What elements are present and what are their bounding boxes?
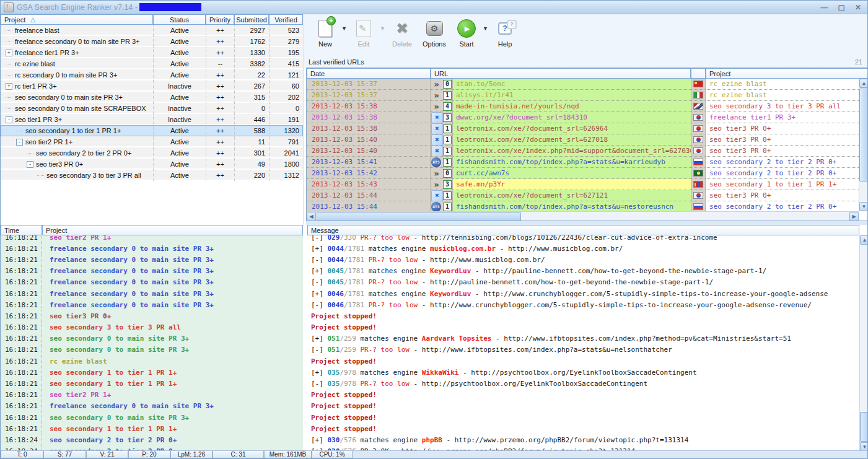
log-row-left[interactable]: 16:18:21freelance secondary 0 to main si… xyxy=(1,277,303,288)
log-row-message[interactable]: Project stopped! xyxy=(307,423,859,434)
project-tree-row[interactable]: rc ezine blastActive--3382415 xyxy=(1,58,303,69)
verified-url-row[interactable]: 2013-12-03 15:420curt.cc/awn7sseo second… xyxy=(307,168,859,179)
scroll-up-icon[interactable]: ▲ xyxy=(859,79,868,88)
log-row-left[interactable]: 16:18:21freelance secondary 0 to main si… xyxy=(1,266,303,277)
project-tree-row[interactable]: -seo tier2 PR 1+Active++11791 xyxy=(1,136,303,147)
column-header-url[interactable]: URL xyxy=(431,68,691,79)
url-cell[interactable]: safe.mn/p3Yr xyxy=(453,179,691,190)
scroll-right-icon[interactable]: ▶ xyxy=(849,212,859,221)
project-tree-row[interactable]: rc secondary 0 to main site PR 3+Active+… xyxy=(1,69,303,81)
url-cell[interactable]: curt.cc/awn7s xyxy=(453,168,691,179)
project-tree-row[interactable]: seo secondary 1 to tier 1 PR 1+Active++5… xyxy=(1,125,303,136)
scroll-down-icon[interactable]: ▼ xyxy=(859,202,868,211)
verified-url-row[interactable]: 2013-12-03 15:371alisys.it/1r41rc ezine … xyxy=(307,90,859,101)
column-header-verified[interactable]: Verified xyxy=(269,14,303,25)
verified-url-row[interactable]: 2013-12-03 15:383dwwc.org/xe/?document_s… xyxy=(307,112,859,123)
log-row-left[interactable]: 16:18:21freelance secondary 0 to main si… xyxy=(1,401,303,412)
verified-url-row[interactable]: 2013-12-03 15:401leotronix.com/xe/?docum… xyxy=(307,134,859,146)
log-row-message[interactable]: [+] 030/576 matches engine phpBB - http:… xyxy=(307,434,859,445)
url-hscroll-thumb[interactable] xyxy=(317,212,521,221)
log-row-message[interactable]: [+] 051/259 matches engine Aardvark Tops… xyxy=(307,333,859,344)
verified-url-row[interactable]: 2013-12-03 15:441fishandsmith.com/top/in… xyxy=(307,201,859,211)
project-tree-row[interactable]: +freelance tier1 PR 3+Active++1330195 xyxy=(1,47,303,58)
log-row-left[interactable]: 16:18:21seo secondary 1 to tier 1 PR 1+ xyxy=(1,367,303,378)
verified-url-row[interactable]: 2013-12-03 15:401leotronix.com/xe/index.… xyxy=(307,146,859,157)
url-cell[interactable]: leotronix.com/xe/?document_srl=627018 xyxy=(453,134,691,146)
verified-url-row[interactable]: 2013-12-03 15:411fishandsmith.com/top/in… xyxy=(307,157,859,168)
log-row-left[interactable]: 16:18:21seo secondary 1 to tier 1 PR 1+ xyxy=(1,423,303,434)
column-header-flag[interactable] xyxy=(691,68,706,79)
collapse-icon[interactable]: - xyxy=(27,161,33,168)
project-tree-row[interactable]: seo secondary 0 to main site SCRAPEBOXIn… xyxy=(1,103,303,114)
expand-icon[interactable]: + xyxy=(6,83,12,90)
log-row-left[interactable]: 16:18:24seo secondary 2 to tier 2 PR 0+ xyxy=(1,434,303,445)
log-row-message[interactable]: [-] 029/330 PR-? too low - http://tennis… xyxy=(307,235,859,243)
column-header-url-project[interactable]: Project xyxy=(706,68,868,79)
verified-url-row[interactable]: 2013-12-03 15:433safe.mn/p3Yrseo seconda… xyxy=(307,179,859,190)
log-row-left[interactable]: 16:18:21rc ezine blast xyxy=(1,356,303,367)
url-cell[interactable]: stan.to/5onc xyxy=(453,79,691,90)
log-row-message[interactable]: [-] 051/259 PR-? too low - http://www.if… xyxy=(307,344,859,356)
url-cell[interactable]: leotronix.com/xe/?document_srl=627121 xyxy=(453,190,691,201)
close-button[interactable]: ✕ xyxy=(855,1,861,14)
log-row-left[interactable]: 16:18:21freelance secondary 0 to main si… xyxy=(1,254,303,265)
minimize-button[interactable]: — xyxy=(821,1,828,14)
start-button[interactable]: Start xyxy=(450,18,483,48)
log-row-message[interactable]: [-] 0045/1781 PR-? too low - http://paul… xyxy=(307,277,859,288)
log-row-message[interactable]: Project stopped! xyxy=(307,310,859,321)
maximize-button[interactable]: ▢ xyxy=(838,1,845,14)
verified-url-row[interactable]: 2013-12-03 15:384made-in-tunisia.net/you… xyxy=(307,101,859,112)
log-row-message[interactable]: [+] 035/978 matches engine WikkaWiki - h… xyxy=(307,367,859,378)
column-header-status[interactable]: Status xyxy=(153,14,206,25)
log-row-message[interactable]: [+] 0046/1781 matches engine KeywordLuv … xyxy=(307,288,859,299)
log-row-message[interactable]: Project stopped! xyxy=(307,390,859,401)
log-row-message[interactable]: [+] 0045/1781 matches engine KeywordLuv … xyxy=(307,266,859,277)
log-row-left[interactable]: 16:18:21seo tier3 PR 0+ xyxy=(1,310,303,321)
url-cell[interactable]: leotronix.com/xe/?document_srl=626964 xyxy=(453,123,691,134)
project-tree-row[interactable]: seo secondary 0 to main site PR 3+Active… xyxy=(1,92,303,103)
column-header-date[interactable]: Date xyxy=(307,68,431,79)
url-cell[interactable]: fishandsmith.com/top/index.php?a=stats&u… xyxy=(453,157,691,168)
project-tree-row[interactable]: -seo tier1 PR 3+Inactive++446191 xyxy=(1,114,303,125)
log-row-message[interactable]: [-] 0044/1781 PR-? too low - http://www.… xyxy=(307,254,859,265)
url-cell[interactable]: fishandsmith.com/top/index.php?a=stats&u… xyxy=(453,201,691,211)
help-button[interactable]: Help xyxy=(489,18,521,48)
column-header-priority[interactable]: Priority xyxy=(206,14,234,25)
url-cell[interactable]: made-in-tunisia.net/yourls/nqd xyxy=(453,101,691,112)
options-button[interactable]: Options xyxy=(418,18,450,48)
expand-icon[interactable]: + xyxy=(6,50,12,56)
log-row-message[interactable]: Project stopped! xyxy=(307,401,859,412)
url-cell[interactable]: alisys.it/1r41 xyxy=(453,90,691,101)
url-cell[interactable]: dwwc.org/xe/?document_srl=184310 xyxy=(453,112,691,123)
log-row-left[interactable]: 16:18:21seo secondary 3 to tier 3 PR all xyxy=(1,322,303,333)
new-button[interactable]: New xyxy=(309,18,341,48)
log-row-left[interactable]: 16:18:21seo secondary 0 to main site PR … xyxy=(1,412,303,423)
project-tree-row[interactable]: freelance secondary 0 to main site PR 3+… xyxy=(1,36,303,47)
url-cell[interactable]: leotronix.com/xe/index.php?mid=support&d… xyxy=(453,146,691,157)
project-tree-row[interactable]: seo secondary 3 to tier 3 PR allActive++… xyxy=(1,170,303,181)
log-row-message[interactable]: Project stopped! xyxy=(307,412,859,423)
log-vscroll-thumb[interactable] xyxy=(860,412,868,442)
collapse-icon[interactable]: - xyxy=(6,116,12,123)
url-vscroll-thumb[interactable] xyxy=(859,89,868,181)
log-row-left[interactable]: 16:18:21seo tier2 PR 1+ xyxy=(1,390,303,401)
url-list-vscrollbar[interactable]: ▲ ▼ xyxy=(859,79,868,211)
log-row-left[interactable]: 16:18:21seo secondary 0 to main site PR … xyxy=(1,333,303,344)
column-header-submitted[interactable]: Submitted xyxy=(234,14,269,25)
column-header-message[interactable]: Message xyxy=(307,225,859,235)
project-tree-row[interactable]: freelance blastActive++2927523 xyxy=(1,25,303,36)
log-row-left[interactable]: 16:18:21freelance secondary 0 to main si… xyxy=(1,299,303,310)
log-row-left[interactable]: 16:18:21freelance secondary 0 to main si… xyxy=(1,288,303,299)
log-row-message[interactable]: [-] 0046/1781 PR-? too low - http://www.… xyxy=(307,299,859,310)
log-row-message[interactable]: Project stopped! xyxy=(307,356,859,367)
column-header-project[interactable]: Project △ xyxy=(1,14,153,25)
log-row-left[interactable]: 16:18:21seo tier2 PR 1+ xyxy=(1,235,303,243)
log-row-message[interactable]: [+] 0044/1781 matches engine musicblog.c… xyxy=(307,243,859,254)
scroll-up-icon[interactable]: ▲ xyxy=(860,235,868,245)
url-list-hscrollbar[interactable]: ◀ ▶ xyxy=(307,211,859,221)
column-header-log-project[interactable]: Project xyxy=(42,225,303,235)
verified-url-row[interactable]: 2013-12-03 15:370stan.to/5oncrc ezine bl… xyxy=(307,79,859,90)
chevron-down-icon[interactable]: ▼ xyxy=(483,25,489,32)
project-tree-row[interactable]: seo secondary 2 to tier 2 PR 0+Active++3… xyxy=(1,147,303,159)
chevron-down-icon[interactable]: ▼ xyxy=(341,25,348,32)
